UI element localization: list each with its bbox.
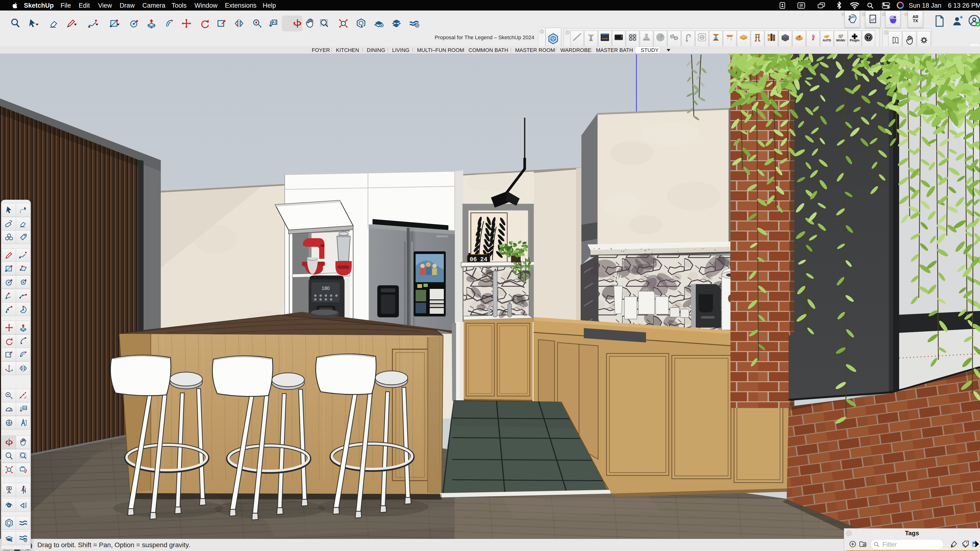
svg-text:SAMSUNG: SAMSUNG <box>436 235 449 238</box>
svg-text:MANU: MANU <box>836 39 845 42</box>
svg-text:?: ? <box>867 35 870 40</box>
svg-text:ai: ai <box>894 15 896 19</box>
svg-text:180: 180 <box>321 286 329 291</box>
svg-text:AUTO: AUTO <box>822 39 831 42</box>
svg-text:TX: TX <box>913 19 918 23</box>
svg-text:Plugin: Plugin <box>850 38 860 42</box>
svg-text:C: C <box>8 421 10 422</box>
svg-text:A·S: A·S <box>7 423 11 425</box>
svg-text:拼: 拼 <box>799 3 803 8</box>
svg-text:A1: A1 <box>272 20 277 24</box>
svg-text:A1: A1 <box>23 407 26 410</box>
